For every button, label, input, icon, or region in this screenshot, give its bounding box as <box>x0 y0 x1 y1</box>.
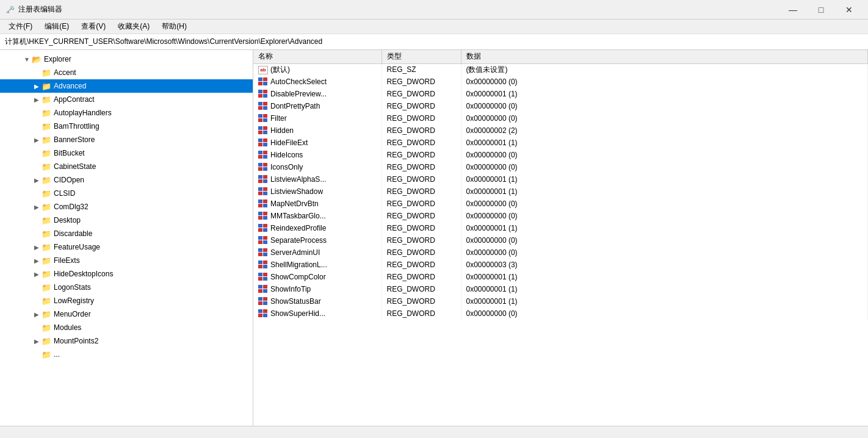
tree-item-modules[interactable]: Modules <box>0 321 253 334</box>
tree-item-accent[interactable]: Accent <box>0 66 253 79</box>
col-header-data[interactable]: 数据 <box>461 50 868 63</box>
tree-arrow-comdlg32[interactable] <box>32 202 42 212</box>
tree-item-lowregistry[interactable]: LowRegistry <box>0 294 253 307</box>
tree-item-menuorder[interactable]: MenuOrder <box>0 307 253 321</box>
tree-arrow-appcontract[interactable] <box>32 95 42 104</box>
minimize-button[interactable]: — <box>779 0 807 20</box>
tree-item-featureusage[interactable]: FeatureUsage <box>0 240 253 254</box>
svg-rect-79 <box>263 314 267 317</box>
tree-item-bamthrottling[interactable]: BamThrottling <box>0 120 253 133</box>
tree-item-discardable[interactable]: Discardable <box>0 227 253 240</box>
tree-arrow-mountpoints2[interactable] <box>32 336 42 346</box>
tree-label-bannerstore: BannerStore <box>54 135 95 144</box>
close-button[interactable]: ✕ <box>835 0 863 20</box>
value-data: 0x00000000 (0) <box>461 76 868 88</box>
table-row[interactable]: ShowCompColorREG_DWORD0x00000001 (1) <box>253 271 868 283</box>
tree-arrow-menuorder[interactable] <box>32 309 42 319</box>
table-row[interactable]: AutoCheckSelectREG_DWORD0x00000000 (0) <box>253 76 868 88</box>
tree-arrow-fileexts[interactable] <box>32 256 42 265</box>
menu-favorites[interactable]: 收藏夹(A) <box>112 20 156 34</box>
app-icon: 🗝️ <box>5 5 15 15</box>
tree-arrow-advanced[interactable] <box>32 81 42 91</box>
svg-rect-52 <box>258 236 262 240</box>
values-panel[interactable]: 名称 类型 数据 ab (默认)REG_SZ(数值未设置) AutoCheckS… <box>253 50 868 426</box>
svg-rect-32 <box>258 175 262 179</box>
tree-panel[interactable]: Explorer Accent Advanced AppContract <box>0 50 253 426</box>
table-row[interactable]: HideFileExtREG_DWORD0x00000001 (1) <box>253 137 868 149</box>
table-row[interactable]: ShowSuperHid...REG_DWORD0x00000000 (0) <box>253 307 868 320</box>
table-row[interactable]: MMTaskbarGlo...REG_DWORD0x00000000 (0) <box>253 210 868 222</box>
col-header-name[interactable]: 名称 <box>253 50 382 63</box>
table-row[interactable]: FilterREG_DWORD0x00000000 (0) <box>253 112 868 124</box>
tree-arrow-hidedesktopicons[interactable] <box>32 269 42 279</box>
table-row[interactable]: SeparateProcessREG_DWORD0x00000000 (0) <box>253 234 868 246</box>
tree-item-clsid[interactable]: CLSID <box>0 187 253 200</box>
folder-icon-mountpoints2 <box>42 337 51 345</box>
tree-item-cidopen[interactable]: CIDOpen <box>0 173 253 187</box>
svg-rect-72 <box>258 297 262 301</box>
tree-item-appcontract[interactable]: AppContract <box>0 93 253 106</box>
tree-item-explorer[interactable]: Explorer <box>0 52 253 66</box>
tree-item-advanced[interactable]: Advanced <box>0 79 253 93</box>
tree-arrow-featureusage[interactable] <box>32 242 42 252</box>
table-row[interactable]: MapNetDrvBtnREG_DWORD0x00000000 (0) <box>253 198 868 210</box>
table-row[interactable]: ReindexedProfileREG_DWORD0x00000001 (1) <box>253 222 868 234</box>
table-row[interactable]: ShowStatusBarREG_DWORD0x00000001 (1) <box>253 295 868 307</box>
tree-arrow-bannerstore[interactable] <box>32 135 42 145</box>
svg-rect-15 <box>263 118 267 122</box>
table-row[interactable]: ListviewAlphaS...REG_DWORD0x00000001 (1) <box>253 173 868 185</box>
tree-item-bannerstore[interactable]: BannerStore <box>0 133 253 146</box>
folder-icon-modules <box>42 323 51 332</box>
tree-item-mountpoints2[interactable]: MountPoints2 <box>0 334 253 348</box>
folder-icon-fileexts <box>42 256 51 265</box>
tree-item-desktop[interactable]: Desktop <box>0 214 253 227</box>
tree-label-advanced: Advanced <box>54 82 86 90</box>
tree-item-hidedesktopicons[interactable]: HideDesktopIcons <box>0 267 253 281</box>
value-name: ServerAdminUI <box>253 246 382 259</box>
table-row[interactable]: ab (默认)REG_SZ(数值未设置) <box>253 63 868 76</box>
value-name: ShellMigrationL... <box>253 259 382 271</box>
tree-item-fileexts[interactable]: FileExts <box>0 254 253 267</box>
tree-arrow-explorer[interactable] <box>22 54 32 64</box>
value-type: REG_DWORD <box>382 185 461 198</box>
folder-icon-accent <box>42 68 51 77</box>
tree-label-appcontract: AppContract <box>54 95 95 104</box>
value-data: 0x00000000 (0) <box>461 234 868 246</box>
tree-label-lowregistry: LowRegistry <box>54 296 94 305</box>
svg-rect-30 <box>258 167 262 171</box>
table-row[interactable]: ListviewShadowREG_DWORD0x00000001 (1) <box>253 185 868 198</box>
value-data: 0x00000000 (0) <box>461 161 868 173</box>
tree-item-autoplayhandlers[interactable]: AutoplayHandlers <box>0 106 253 120</box>
value-name: ShowSuperHid... <box>253 307 382 320</box>
title-bar-left: 🗝️ 注册表编辑器 <box>5 4 62 15</box>
svg-rect-57 <box>263 248 267 252</box>
svg-rect-36 <box>258 187 262 191</box>
table-row[interactable]: ShowInfoTipREG_DWORD0x00000001 (1) <box>253 283 868 295</box>
value-name: HideIcons <box>253 149 382 161</box>
menu-help[interactable]: 帮助(H) <box>156 20 193 34</box>
tree-item-bitbucket[interactable]: BitBucket <box>0 146 253 160</box>
menu-file[interactable]: 文件(F) <box>2 20 38 34</box>
menu-view[interactable]: 查看(V) <box>75 20 112 34</box>
address-path: 计算机\HKEY_CURRENT_USER\Software\Microsoft… <box>5 37 322 47</box>
table-row[interactable]: HideIconsREG_DWORD0x00000000 (0) <box>253 149 868 161</box>
tree-arrow-cidopen[interactable] <box>32 175 42 185</box>
svg-rect-42 <box>258 204 262 207</box>
tree-item-comdlg32[interactable]: ComDlg32 <box>0 200 253 214</box>
table-row[interactable]: HiddenREG_DWORD0x00000002 (2) <box>253 124 868 137</box>
tree-item-partial[interactable]: ... <box>0 348 253 361</box>
table-row[interactable]: DontPrettyPathREG_DWORD0x00000000 (0) <box>253 100 868 112</box>
svg-rect-16 <box>258 126 262 130</box>
tree-item-logonstats[interactable]: LogonStats <box>0 281 253 294</box>
svg-rect-0 <box>258 77 262 81</box>
tree-item-cabinetstate[interactable]: CabinetState <box>0 160 253 173</box>
col-header-type[interactable]: 类型 <box>382 50 461 63</box>
table-row[interactable]: DisablePreview...REG_DWORD0x00000001 (1) <box>253 88 868 100</box>
svg-rect-28 <box>258 163 262 167</box>
table-row[interactable]: ServerAdminUIREG_DWORD0x00000000 (0) <box>253 246 868 259</box>
maximize-button[interactable]: □ <box>807 0 835 20</box>
folder-icon-clsid <box>42 189 51 198</box>
menu-edit[interactable]: 编辑(E) <box>38 20 75 34</box>
table-row[interactable]: ShellMigrationL...REG_DWORD0x00000003 (3… <box>253 259 868 271</box>
table-row[interactable]: IconsOnlyREG_DWORD0x00000000 (0) <box>253 161 868 173</box>
